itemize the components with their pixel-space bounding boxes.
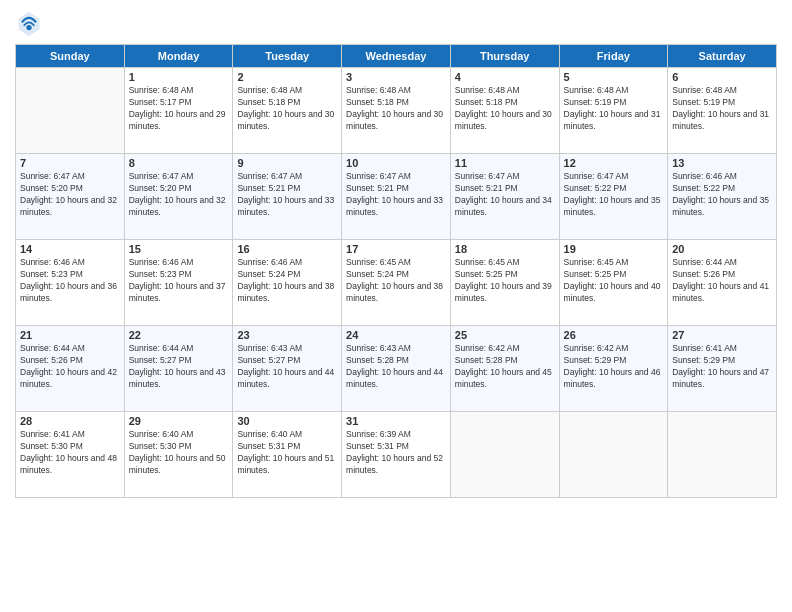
calendar-cell: 5Sunrise: 6:48 AMSunset: 5:19 PMDaylight… xyxy=(559,68,668,154)
calendar-cell: 28Sunrise: 6:41 AMSunset: 5:30 PMDayligh… xyxy=(16,412,125,498)
calendar-cell: 23Sunrise: 6:43 AMSunset: 5:27 PMDayligh… xyxy=(233,326,342,412)
day-info: Sunrise: 6:45 AMSunset: 5:25 PMDaylight:… xyxy=(564,257,664,305)
weekday-header-monday: Monday xyxy=(124,45,233,68)
day-info: Sunrise: 6:46 AMSunset: 5:22 PMDaylight:… xyxy=(672,171,772,219)
day-info: Sunrise: 6:48 AMSunset: 5:17 PMDaylight:… xyxy=(129,85,229,133)
weekday-header-row: SundayMondayTuesdayWednesdayThursdayFrid… xyxy=(16,45,777,68)
calendar-cell: 17Sunrise: 6:45 AMSunset: 5:24 PMDayligh… xyxy=(342,240,451,326)
day-info: Sunrise: 6:48 AMSunset: 5:18 PMDaylight:… xyxy=(346,85,446,133)
day-info: Sunrise: 6:42 AMSunset: 5:29 PMDaylight:… xyxy=(564,343,664,391)
day-number: 30 xyxy=(237,415,337,427)
day-number: 9 xyxy=(237,157,337,169)
day-info: Sunrise: 6:48 AMSunset: 5:19 PMDaylight:… xyxy=(564,85,664,133)
day-info: Sunrise: 6:48 AMSunset: 5:19 PMDaylight:… xyxy=(672,85,772,133)
logo xyxy=(15,10,47,38)
calendar-cell: 20Sunrise: 6:44 AMSunset: 5:26 PMDayligh… xyxy=(668,240,777,326)
day-info: Sunrise: 6:40 AMSunset: 5:31 PMDaylight:… xyxy=(237,429,337,477)
day-info: Sunrise: 6:41 AMSunset: 5:30 PMDaylight:… xyxy=(20,429,120,477)
day-number: 19 xyxy=(564,243,664,255)
logo-icon xyxy=(15,10,43,38)
calendar-week-row: 28Sunrise: 6:41 AMSunset: 5:30 PMDayligh… xyxy=(16,412,777,498)
day-number: 24 xyxy=(346,329,446,341)
day-number: 14 xyxy=(20,243,120,255)
day-number: 5 xyxy=(564,71,664,83)
calendar-cell: 7Sunrise: 6:47 AMSunset: 5:20 PMDaylight… xyxy=(16,154,125,240)
day-info: Sunrise: 6:47 AMSunset: 5:20 PMDaylight:… xyxy=(129,171,229,219)
day-number: 15 xyxy=(129,243,229,255)
calendar-cell: 2Sunrise: 6:48 AMSunset: 5:18 PMDaylight… xyxy=(233,68,342,154)
day-number: 25 xyxy=(455,329,555,341)
calendar-week-row: 7Sunrise: 6:47 AMSunset: 5:20 PMDaylight… xyxy=(16,154,777,240)
day-number: 6 xyxy=(672,71,772,83)
day-number: 28 xyxy=(20,415,120,427)
calendar-cell: 26Sunrise: 6:42 AMSunset: 5:29 PMDayligh… xyxy=(559,326,668,412)
calendar-cell: 6Sunrise: 6:48 AMSunset: 5:19 PMDaylight… xyxy=(668,68,777,154)
day-number: 11 xyxy=(455,157,555,169)
day-info: Sunrise: 6:45 AMSunset: 5:24 PMDaylight:… xyxy=(346,257,446,305)
day-number: 22 xyxy=(129,329,229,341)
calendar-cell: 10Sunrise: 6:47 AMSunset: 5:21 PMDayligh… xyxy=(342,154,451,240)
day-info: Sunrise: 6:48 AMSunset: 5:18 PMDaylight:… xyxy=(455,85,555,133)
day-number: 29 xyxy=(129,415,229,427)
day-number: 2 xyxy=(237,71,337,83)
calendar-cell xyxy=(450,412,559,498)
day-number: 13 xyxy=(672,157,772,169)
day-info: Sunrise: 6:44 AMSunset: 5:27 PMDaylight:… xyxy=(129,343,229,391)
day-number: 21 xyxy=(20,329,120,341)
calendar-cell: 30Sunrise: 6:40 AMSunset: 5:31 PMDayligh… xyxy=(233,412,342,498)
svg-marker-0 xyxy=(19,12,40,37)
calendar-cell: 12Sunrise: 6:47 AMSunset: 5:22 PMDayligh… xyxy=(559,154,668,240)
day-info: Sunrise: 6:47 AMSunset: 5:21 PMDaylight:… xyxy=(455,171,555,219)
weekday-header-friday: Friday xyxy=(559,45,668,68)
calendar-cell xyxy=(16,68,125,154)
day-info: Sunrise: 6:45 AMSunset: 5:25 PMDaylight:… xyxy=(455,257,555,305)
calendar-cell: 31Sunrise: 6:39 AMSunset: 5:31 PMDayligh… xyxy=(342,412,451,498)
calendar-cell: 4Sunrise: 6:48 AMSunset: 5:18 PMDaylight… xyxy=(450,68,559,154)
day-info: Sunrise: 6:43 AMSunset: 5:28 PMDaylight:… xyxy=(346,343,446,391)
day-number: 18 xyxy=(455,243,555,255)
svg-point-1 xyxy=(26,25,31,30)
day-number: 16 xyxy=(237,243,337,255)
weekday-header-tuesday: Tuesday xyxy=(233,45,342,68)
calendar-cell xyxy=(559,412,668,498)
day-info: Sunrise: 6:44 AMSunset: 5:26 PMDaylight:… xyxy=(672,257,772,305)
calendar-cell: 18Sunrise: 6:45 AMSunset: 5:25 PMDayligh… xyxy=(450,240,559,326)
calendar-week-row: 1Sunrise: 6:48 AMSunset: 5:17 PMDaylight… xyxy=(16,68,777,154)
calendar-cell: 13Sunrise: 6:46 AMSunset: 5:22 PMDayligh… xyxy=(668,154,777,240)
day-number: 10 xyxy=(346,157,446,169)
calendar-table: SundayMondayTuesdayWednesdayThursdayFrid… xyxy=(15,44,777,498)
day-info: Sunrise: 6:48 AMSunset: 5:18 PMDaylight:… xyxy=(237,85,337,133)
day-info: Sunrise: 6:43 AMSunset: 5:27 PMDaylight:… xyxy=(237,343,337,391)
day-info: Sunrise: 6:46 AMSunset: 5:23 PMDaylight:… xyxy=(129,257,229,305)
calendar-cell: 25Sunrise: 6:42 AMSunset: 5:28 PMDayligh… xyxy=(450,326,559,412)
day-info: Sunrise: 6:47 AMSunset: 5:21 PMDaylight:… xyxy=(346,171,446,219)
weekday-header-saturday: Saturday xyxy=(668,45,777,68)
calendar-cell: 22Sunrise: 6:44 AMSunset: 5:27 PMDayligh… xyxy=(124,326,233,412)
day-number: 7 xyxy=(20,157,120,169)
calendar-week-row: 14Sunrise: 6:46 AMSunset: 5:23 PMDayligh… xyxy=(16,240,777,326)
weekday-header-wednesday: Wednesday xyxy=(342,45,451,68)
day-number: 4 xyxy=(455,71,555,83)
day-info: Sunrise: 6:44 AMSunset: 5:26 PMDaylight:… xyxy=(20,343,120,391)
calendar-week-row: 21Sunrise: 6:44 AMSunset: 5:26 PMDayligh… xyxy=(16,326,777,412)
calendar-cell: 27Sunrise: 6:41 AMSunset: 5:29 PMDayligh… xyxy=(668,326,777,412)
day-info: Sunrise: 6:47 AMSunset: 5:21 PMDaylight:… xyxy=(237,171,337,219)
calendar-cell xyxy=(668,412,777,498)
calendar-cell: 8Sunrise: 6:47 AMSunset: 5:20 PMDaylight… xyxy=(124,154,233,240)
day-number: 23 xyxy=(237,329,337,341)
day-number: 8 xyxy=(129,157,229,169)
calendar-cell: 9Sunrise: 6:47 AMSunset: 5:21 PMDaylight… xyxy=(233,154,342,240)
calendar-cell: 24Sunrise: 6:43 AMSunset: 5:28 PMDayligh… xyxy=(342,326,451,412)
calendar-cell: 1Sunrise: 6:48 AMSunset: 5:17 PMDaylight… xyxy=(124,68,233,154)
day-number: 3 xyxy=(346,71,446,83)
day-info: Sunrise: 6:47 AMSunset: 5:22 PMDaylight:… xyxy=(564,171,664,219)
calendar-cell: 21Sunrise: 6:44 AMSunset: 5:26 PMDayligh… xyxy=(16,326,125,412)
calendar-cell: 11Sunrise: 6:47 AMSunset: 5:21 PMDayligh… xyxy=(450,154,559,240)
calendar-cell: 15Sunrise: 6:46 AMSunset: 5:23 PMDayligh… xyxy=(124,240,233,326)
day-info: Sunrise: 6:40 AMSunset: 5:30 PMDaylight:… xyxy=(129,429,229,477)
header xyxy=(15,10,777,38)
day-number: 1 xyxy=(129,71,229,83)
day-info: Sunrise: 6:46 AMSunset: 5:24 PMDaylight:… xyxy=(237,257,337,305)
weekday-header-thursday: Thursday xyxy=(450,45,559,68)
day-number: 20 xyxy=(672,243,772,255)
